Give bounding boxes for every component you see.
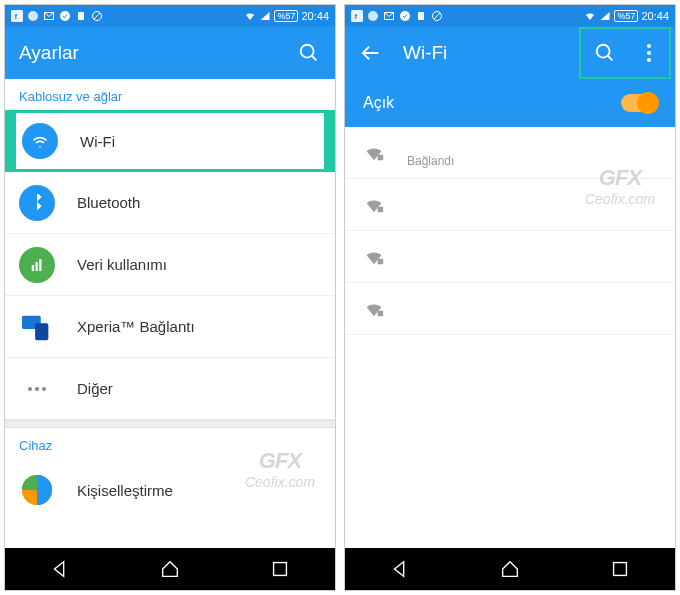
- network-name: [407, 301, 411, 317]
- svg-rect-14: [35, 323, 48, 340]
- cell-signal-icon: [259, 10, 271, 22]
- wifi-network-item[interactable]: [345, 283, 675, 335]
- check-icon: [399, 10, 411, 22]
- wifi-network-item[interactable]: [345, 231, 675, 283]
- settings-item-bluetooth[interactable]: Bluetooth: [5, 172, 335, 234]
- facebook-icon: f: [351, 10, 363, 22]
- svg-text:f: f: [355, 12, 358, 21]
- clock: 20:44: [641, 10, 669, 22]
- status-bar: f %57 20:44: [5, 5, 335, 27]
- wifi-secure-icon: [363, 298, 385, 320]
- more-icon: [19, 371, 55, 407]
- search-icon[interactable]: [297, 41, 321, 65]
- svg-point-8: [301, 45, 314, 58]
- svg-rect-30: [378, 310, 384, 316]
- svg-rect-12: [39, 259, 41, 271]
- dnd-icon: [91, 10, 103, 22]
- notification-icon: [415, 10, 427, 22]
- settings-item-label: Diğer: [77, 380, 321, 397]
- nav-bar: [5, 548, 335, 590]
- settings-item-label: Wi-Fi: [80, 133, 318, 150]
- personalization-icon: [19, 472, 55, 508]
- svg-rect-31: [614, 563, 627, 576]
- appbar: Ayarlar: [5, 27, 335, 79]
- facebook-icon: f: [11, 10, 23, 22]
- wifi-network-item[interactable]: [345, 179, 675, 231]
- settings-item-label: Veri kullanımı: [77, 256, 321, 273]
- section-device-header: Cihaz: [5, 428, 335, 459]
- settings-item-data-usage[interactable]: Veri kullanımı: [5, 234, 335, 296]
- svg-rect-10: [32, 265, 34, 271]
- svg-point-19: [368, 11, 378, 21]
- svg-point-25: [597, 45, 610, 58]
- cell-signal-icon: [599, 10, 611, 22]
- svg-line-7: [94, 13, 100, 19]
- settings-item-more[interactable]: Diğer: [5, 358, 335, 420]
- wifi-secure-icon: [363, 142, 385, 164]
- svg-text:f: f: [15, 12, 18, 21]
- network-status: Bağlandı: [407, 154, 454, 168]
- page-title: Ayarlar: [19, 42, 277, 64]
- svg-rect-11: [36, 262, 38, 271]
- svg-point-4: [60, 11, 70, 21]
- check-icon: [59, 10, 71, 22]
- wifi-screen: f %57 20:44 Wi-Fi Açık: [344, 4, 676, 591]
- clock: 20:44: [301, 10, 329, 22]
- nav-bar: [345, 548, 675, 590]
- settings-item-label: Kişiselleştirme: [77, 482, 321, 499]
- svg-line-26: [608, 56, 613, 61]
- settings-item-xperia[interactable]: Xperia™ Bağlantı: [5, 296, 335, 358]
- svg-rect-28: [378, 206, 384, 212]
- wifi-icon: [22, 123, 58, 159]
- wifi-signal-icon: [244, 10, 256, 22]
- wifi-secure-icon: [363, 194, 385, 216]
- home-nav-icon[interactable]: [159, 558, 181, 580]
- svg-point-21: [400, 11, 410, 21]
- section-wireless-header: Kablosuz ve ağlar: [5, 79, 335, 110]
- wifi-state-label: Açık: [363, 94, 394, 112]
- wifi-toggle-row: Açık: [345, 79, 675, 127]
- svg-rect-27: [378, 154, 384, 160]
- notification-icon: [75, 10, 87, 22]
- back-icon[interactable]: [359, 41, 383, 65]
- network-name: [407, 249, 411, 265]
- battery-level: %57: [274, 10, 298, 22]
- home-nav-icon[interactable]: [499, 558, 521, 580]
- back-nav-icon[interactable]: [49, 558, 71, 580]
- search-icon[interactable]: [593, 41, 617, 65]
- svg-rect-5: [78, 12, 84, 20]
- svg-rect-16: [274, 563, 287, 576]
- dnd-icon: [431, 10, 443, 22]
- data-usage-icon: [19, 247, 55, 283]
- network-name: [407, 138, 454, 154]
- wifi-signal-icon: [584, 10, 596, 22]
- gmail-icon: [383, 10, 395, 22]
- recent-nav-icon[interactable]: [269, 558, 291, 580]
- network-name: [407, 197, 411, 213]
- xperia-icon: [19, 309, 55, 345]
- settings-item-wifi[interactable]: Wi-Fi: [5, 110, 335, 172]
- overflow-menu-icon[interactable]: [637, 41, 661, 65]
- wifi-toggle[interactable]: [621, 94, 657, 112]
- wifi-secure-icon: [363, 246, 385, 268]
- wifi-network-item[interactable]: Bağlandı: [345, 127, 675, 179]
- status-bar: f %57 20:44: [345, 5, 675, 27]
- appbar: Wi-Fi: [345, 27, 675, 79]
- recent-nav-icon[interactable]: [609, 558, 631, 580]
- settings-screen: f %57 20:44 Ayarlar Kablosuz ve ağlar Wi…: [4, 4, 336, 591]
- svg-line-9: [312, 56, 317, 61]
- settings-item-personalization[interactable]: Kişiselleştirme: [5, 459, 335, 521]
- settings-item-label: Bluetooth: [77, 194, 321, 211]
- gmail-icon: [43, 10, 55, 22]
- battery-level: %57: [614, 10, 638, 22]
- hangouts-icon: [367, 10, 379, 22]
- hangouts-icon: [27, 10, 39, 22]
- svg-line-24: [434, 13, 440, 19]
- page-title: Wi-Fi: [403, 42, 573, 64]
- settings-item-label: Xperia™ Bağlantı: [77, 318, 321, 335]
- back-nav-icon[interactable]: [389, 558, 411, 580]
- svg-point-2: [28, 11, 38, 21]
- svg-rect-29: [378, 258, 384, 264]
- section-divider: [5, 420, 335, 428]
- bluetooth-icon: [19, 185, 55, 221]
